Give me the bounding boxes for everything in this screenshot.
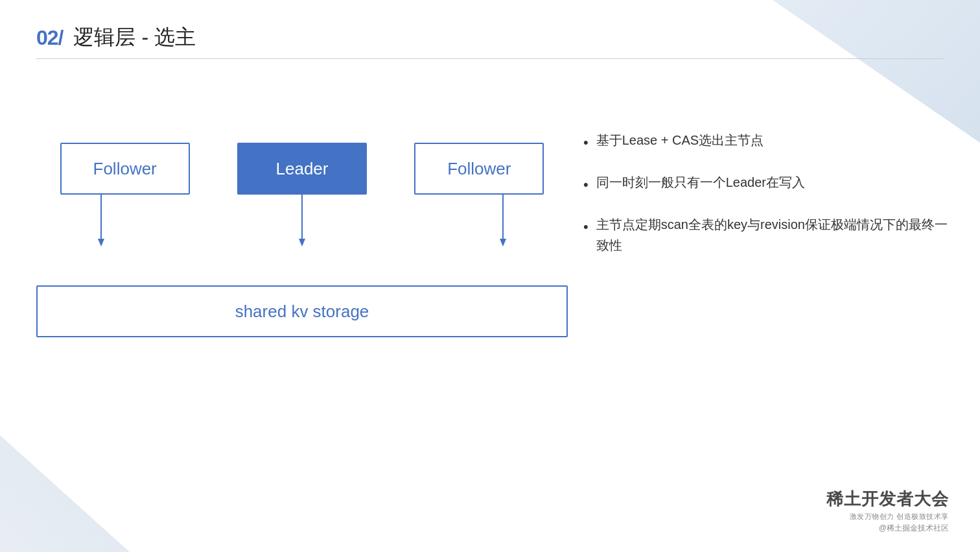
header-divider bbox=[36, 58, 944, 59]
logo-main: 稀土开发者大会 bbox=[826, 488, 949, 510]
logo-handle: @稀土掘金技术社区 bbox=[826, 523, 949, 534]
arrows-svg bbox=[36, 195, 568, 259]
follower1-node: Follower bbox=[60, 143, 190, 195]
follower2-node: Follower bbox=[414, 143, 544, 195]
slide: 02/ 逻辑层 - 选主 Follower Leader Follower bbox=[0, 0, 980, 552]
slide-title: 逻辑层 - 选主 bbox=[73, 23, 195, 52]
bullet-text-2: 同一时刻一般只有一个Leader在写入 bbox=[596, 172, 805, 193]
svg-marker-5 bbox=[500, 239, 506, 246]
bullet-text-1: 基于Lease + CAS选出主节点 bbox=[596, 130, 764, 150]
header: 02/ 逻辑层 - 选主 bbox=[36, 23, 196, 52]
diagram-area: Follower Leader Follower bbox=[36, 117, 568, 376]
bullet-dot-2: • bbox=[583, 173, 589, 196]
svg-marker-3 bbox=[299, 239, 305, 246]
bullet-text-3: 主节点定期scan全表的key与revision保证极端情况下的最终一致性 bbox=[596, 214, 959, 256]
storage-box: shared kv storage bbox=[36, 285, 568, 337]
bg-decoration-top-right bbox=[773, 0, 980, 143]
nodes-row: Follower Leader Follower bbox=[36, 143, 568, 195]
bullet-dot-3: • bbox=[583, 215, 589, 238]
svg-marker-1 bbox=[98, 239, 104, 246]
leader-node: Leader bbox=[237, 143, 367, 195]
bullet-item-3: • 主节点定期scan全表的key与revision保证极端情况下的最终一致性 bbox=[583, 214, 959, 256]
bg-decoration-bottom-left bbox=[0, 435, 130, 552]
arrows-area bbox=[36, 195, 568, 259]
logo-area: 稀土开发者大会 激发万物创力 创造极致技术享 @稀土掘金技术社区 bbox=[826, 488, 949, 534]
bullet-item-2: • 同一时刻一般只有一个Leader在写入 bbox=[583, 172, 959, 196]
bullet-item-1: • 基于Lease + CAS选出主节点 bbox=[583, 130, 959, 154]
logo-sub: 激发万物创力 创造极致技术享 bbox=[826, 512, 949, 522]
slide-number: 02/ bbox=[36, 26, 63, 50]
bullet-dot-1: • bbox=[583, 131, 589, 154]
bullets-area: • 基于Lease + CAS选出主节点 • 同一时刻一般只有一个Leader在… bbox=[583, 130, 959, 274]
